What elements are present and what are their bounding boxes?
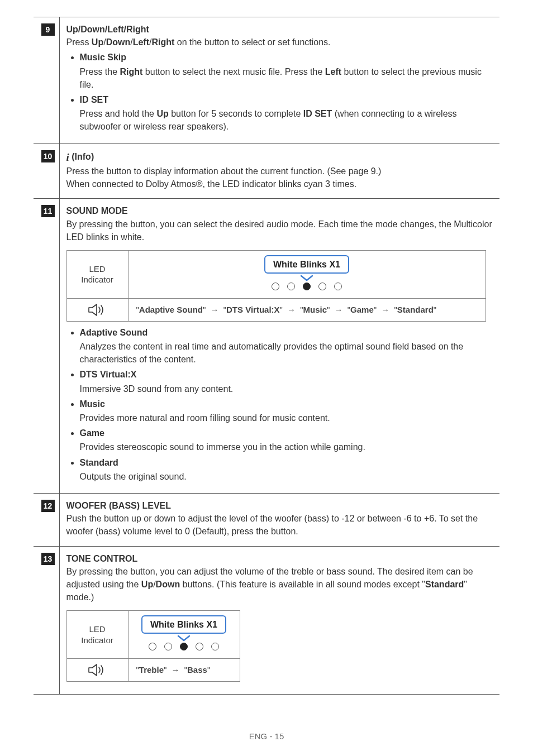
row-9: 9 Up/Down/Left/Right Press Up/Down/Left/… bbox=[34, 17, 499, 144]
mode-dts: DTS Virtual:X Immersive 3D sound from an… bbox=[80, 368, 493, 395]
row-11: 11 SOUND MODE By pressing the button, yo… bbox=[34, 199, 499, 494]
sound-mode-sequence: "Adaptive Sound" → "DTS Virtual:X" → "Mu… bbox=[128, 298, 486, 321]
led-indicator-cell: LED Indicator bbox=[66, 611, 128, 659]
row-10-number: 10 bbox=[41, 150, 55, 162]
blink-label: White Blinks X1 bbox=[141, 615, 226, 634]
blink-cell: White Blinks X1 bbox=[128, 250, 486, 298]
row-11-title: SOUND MODE bbox=[66, 204, 493, 217]
mode-adaptive: Adaptive Sound Analyzes the content in r… bbox=[80, 326, 493, 366]
page-footer: ENG - 15 bbox=[0, 730, 533, 743]
row-11-number: 11 bbox=[41, 205, 55, 217]
row-9-id-set: ID SET Press and hold the Up button for … bbox=[80, 93, 493, 133]
mode-music: Music Provides more natural and room fil… bbox=[80, 398, 493, 424]
row-13-title: TONE CONTROL bbox=[66, 552, 493, 565]
row-13-body: By pressing the button, you can adjust t… bbox=[66, 565, 493, 604]
row-10-body-2: When connected to Dolby Atmos®, the LED … bbox=[66, 178, 493, 190]
row-13-number: 13 bbox=[41, 553, 55, 565]
row-9-music-skip: Music Skip Press the Right button to sel… bbox=[80, 51, 493, 91]
row-12-title: WOOFER (BASS) LEVEL bbox=[66, 499, 493, 512]
speaker-sound-icon bbox=[88, 303, 107, 317]
row-10-body-1: Press the button to display information … bbox=[66, 165, 493, 178]
row-13-inner-table: LED Indicator White Blinks X1 bbox=[66, 610, 240, 682]
row-10: 10 i (Info) Press the button to display … bbox=[34, 143, 499, 199]
speaker-icon-cell bbox=[66, 298, 128, 321]
row-13: 13 TONE CONTROL By pressing the button, … bbox=[34, 546, 499, 695]
pointer-down-icon bbox=[300, 275, 313, 281]
mode-standard: Standard Outputs the original sound. bbox=[80, 456, 493, 483]
row-12-body: Push the button up or down to adjust the… bbox=[66, 512, 493, 538]
led-dots bbox=[141, 643, 226, 650]
svg-marker-0 bbox=[89, 304, 97, 315]
feature-table: 9 Up/Down/Left/Right Press Up/Down/Left/… bbox=[34, 17, 499, 695]
led-dots bbox=[264, 283, 349, 290]
led-indicator-cell: LED Indicator bbox=[66, 250, 128, 298]
row-12-number: 12 bbox=[41, 500, 55, 512]
speaker-sound-icon bbox=[88, 663, 107, 677]
mode-game: Game Provides stereoscopic sound to imme… bbox=[80, 427, 493, 453]
row-10-title: i (Info) bbox=[66, 150, 493, 165]
row-9-press-line: Press Up/Down/Left/Right on the button t… bbox=[66, 36, 493, 49]
row-9-number: 9 bbox=[41, 23, 55, 36]
blink-label: White Blinks X1 bbox=[264, 255, 349, 274]
row-9-title: Up/Down/Left/Right bbox=[66, 23, 493, 36]
row-9-list: Music Skip Press the Right button to sel… bbox=[80, 51, 493, 133]
tone-sequence: "Treble" → "Bass" bbox=[128, 659, 240, 682]
row-11-body: By pressing the button, you can select t… bbox=[66, 218, 493, 243]
row-12: 12 WOOFER (BASS) LEVEL Push the button u… bbox=[34, 493, 499, 546]
pointer-down-icon bbox=[177, 635, 191, 642]
svg-marker-1 bbox=[89, 664, 97, 676]
blink-cell: White Blinks X1 bbox=[128, 611, 240, 659]
sound-mode-list: Adaptive Sound Analyzes the content in r… bbox=[80, 326, 493, 483]
row-11-inner-table: LED Indicator White Blinks X1 bbox=[66, 250, 486, 322]
speaker-icon-cell bbox=[66, 659, 128, 682]
